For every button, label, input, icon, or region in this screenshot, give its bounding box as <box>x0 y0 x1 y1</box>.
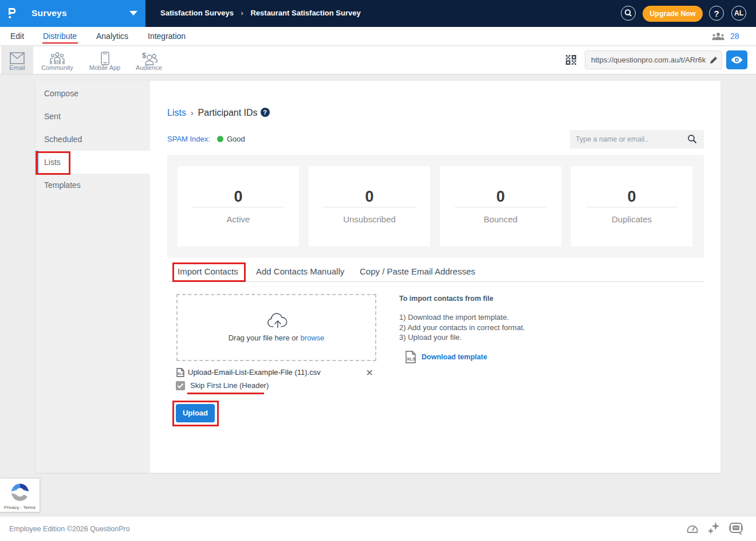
svg-text:XLS: XLS <box>178 372 184 375</box>
svg-text:$: $ <box>142 52 147 60</box>
svg-text:XLS: XLS <box>407 356 416 362</box>
